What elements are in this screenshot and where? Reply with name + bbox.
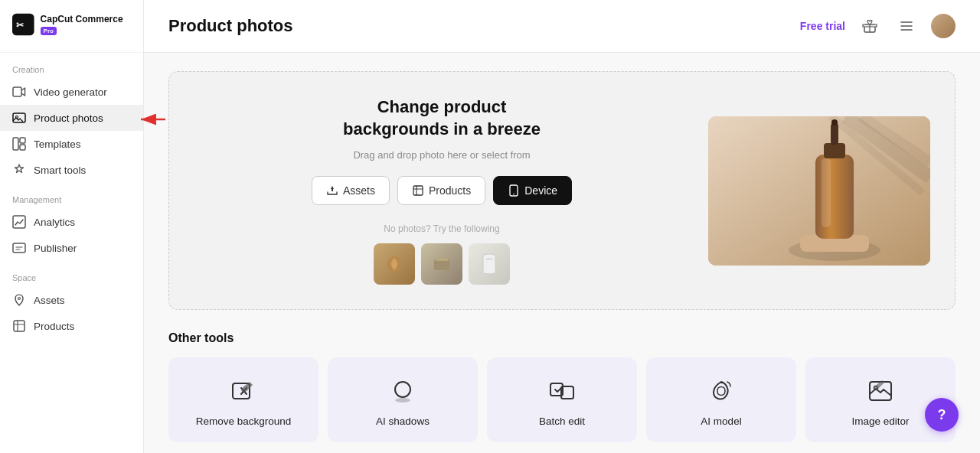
svg-rect-29 [831, 122, 838, 145]
svg-text:✂: ✂ [16, 20, 24, 31]
management-section-label: Management [0, 183, 143, 209]
creation-section-label: Creation [0, 53, 143, 79]
gift-icon-button[interactable] [858, 14, 882, 38]
batch-edit-icon [547, 376, 577, 406]
template-icon [12, 137, 26, 151]
remove-background-icon [228, 376, 259, 406]
image-editor-label: Image editor [851, 416, 909, 427]
tools-grid: Remove background AI shadows Batch edit [168, 357, 956, 442]
sidebar-item-video-generator[interactable]: Video generator [0, 79, 143, 105]
assets-icon [12, 293, 26, 307]
upload-left: Change productbackgrounds in a breeze Dr… [194, 96, 708, 285]
ai-shadows-label: AI shadows [376, 416, 430, 427]
device-upload-icon [508, 184, 520, 197]
upload-subtitle: Drag and drop photo here or select from [353, 149, 530, 161]
svg-rect-10 [13, 243, 25, 253]
no-photos-text: No photos? Try the following [377, 223, 505, 234]
ai-model-label: AI model [701, 416, 741, 427]
analytics-icon [12, 215, 26, 229]
sidebar-item-products[interactable]: Products [0, 313, 143, 339]
menu-icon-button[interactable] [894, 14, 919, 38]
logo-name: CapCut Commerce Pro [41, 14, 131, 35]
batch-edit-label: Batch edit [539, 416, 585, 427]
photo-icon [12, 111, 26, 125]
sidebar-item-smart-tools[interactable]: Smart tools [0, 157, 143, 183]
ai-model-card[interactable]: AI model [646, 357, 796, 442]
svg-rect-12 [14, 321, 24, 331]
upload-panel: Change productbackgrounds in a breeze Dr… [168, 71, 956, 310]
svg-point-16 [513, 194, 514, 195]
user-avatar[interactable] [931, 14, 956, 38]
sidebar-item-label: Assets [34, 295, 65, 306]
svg-point-30 [831, 119, 838, 125]
sidebar-item-templates[interactable]: Templates [0, 131, 143, 157]
svg-rect-27 [822, 158, 831, 227]
sidebar-item-label: Products [34, 321, 74, 332]
ai-shadows-icon [387, 376, 418, 406]
capcut-logo-icon: ✂ [12, 12, 34, 37]
image-editor-icon [865, 376, 896, 406]
svg-rect-19 [436, 258, 448, 261]
assets-upload-icon [326, 184, 338, 197]
sidebar-item-label: Publisher [34, 243, 77, 254]
ai-model-icon [706, 376, 737, 406]
smart-icon [12, 163, 26, 177]
help-button[interactable]: ? [925, 398, 959, 432]
svg-point-33 [395, 398, 410, 402]
main-content: Product photos Free trial Change product… [144, 0, 980, 453]
content-area: Change productbackgrounds in a breeze Dr… [144, 53, 980, 453]
video-icon [12, 85, 26, 99]
products-upload-icon [412, 184, 424, 197]
ai-shadows-card[interactable]: AI shadows [328, 357, 478, 442]
sample-image-1[interactable] [374, 243, 415, 285]
sample-image-3[interactable] [469, 243, 510, 285]
product-image [708, 116, 930, 266]
svg-point-11 [18, 298, 21, 300]
logo[interactable]: ✂ CapCut Commerce Pro [0, 0, 143, 53]
svg-rect-6 [13, 138, 18, 150]
sidebar-item-label: Smart tools [34, 165, 86, 176]
remove-background-card[interactable]: Remove background [168, 357, 318, 442]
remove-background-label: Remove background [196, 416, 292, 427]
other-tools-section: Other tools Remove background AI shadows [168, 331, 956, 442]
svg-rect-3 [13, 113, 25, 122]
svg-rect-2 [13, 87, 21, 96]
svg-rect-14 [413, 186, 423, 195]
sample-images [374, 243, 510, 285]
assets-button[interactable]: Assets [312, 176, 390, 205]
sidebar-item-product-photos[interactable]: Product photos [0, 105, 143, 131]
sidebar-item-label: Analytics [34, 217, 75, 228]
product-bottle-svg [708, 116, 930, 266]
svg-rect-7 [20, 138, 25, 143]
upload-buttons: Assets Products Device [312, 176, 572, 205]
svg-point-32 [395, 382, 410, 397]
sidebar-item-analytics[interactable]: Analytics [0, 209, 143, 235]
svg-rect-9 [13, 216, 25, 228]
sidebar-item-publisher[interactable]: Publisher [0, 235, 143, 261]
other-tools-title: Other tools [168, 331, 956, 345]
sidebar-item-label: Video generator [34, 86, 107, 98]
device-button[interactable]: Device [493, 176, 572, 205]
batch-edit-card[interactable]: Batch edit [487, 357, 637, 442]
sidebar-item-label: Product photos [34, 112, 103, 124]
sidebar: ✂ CapCut Commerce Pro Creation Video gen… [0, 0, 144, 453]
svg-rect-18 [434, 259, 449, 270]
header-actions: Free trial [800, 14, 956, 38]
products-button[interactable]: Products [397, 176, 485, 205]
upload-title: Change productbackgrounds in a breeze [343, 96, 541, 140]
header: Product photos Free trial [144, 0, 980, 53]
page-title: Product photos [168, 16, 293, 36]
space-section-label: Space [0, 261, 143, 287]
svg-rect-8 [20, 145, 25, 150]
svg-rect-26 [815, 155, 854, 239]
sample-image-2[interactable] [421, 243, 462, 285]
publisher-icon [12, 241, 26, 255]
sidebar-item-label: Templates [34, 139, 81, 150]
sidebar-item-assets[interactable]: Assets [0, 287, 143, 313]
products-icon [12, 319, 26, 333]
free-trial-button[interactable]: Free trial [800, 20, 845, 32]
